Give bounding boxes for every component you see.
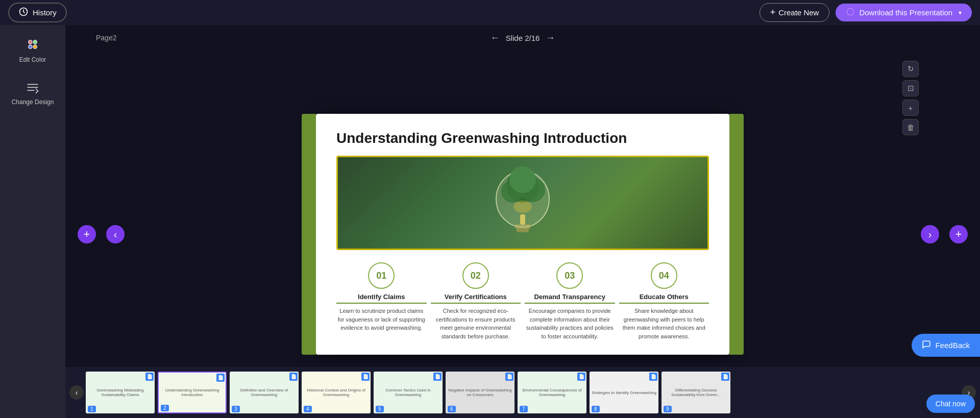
svg-point-2 (29, 40, 32, 44)
download-button[interactable]: Download this Presentation ▾ (836, 4, 972, 21)
filmstrip: ‹ Greenwashing Misleading Sustainability… (65, 367, 980, 418)
thumb-image: Negative Impacts of Greenwashing on Cons… (446, 372, 514, 413)
thumbnail-3[interactable]: Definition and Overview of Greenwashing … (230, 372, 299, 413)
thumb-number: 1 (88, 406, 96, 412)
item-description: Share knowledge about greenwashing with … (619, 307, 709, 340)
slide-image (336, 156, 709, 250)
resize-icon: ⊡ (908, 84, 914, 93)
slide-item: 03 Demand Transparency Encourage compani… (525, 262, 615, 340)
slide-indicator: Slide 2/16 (506, 34, 540, 42)
thumb-image: Definition and Overview of Greenwashing (230, 372, 299, 413)
history-button[interactable]: History (8, 3, 67, 22)
slide-area: + ‹ ↻ ⊡ + 🗑 Understanding Greenwashing I… (65, 51, 980, 418)
thumbnail-6[interactable]: Negative Impacts of Greenwashing on Cons… (446, 372, 514, 413)
thumbnail-1[interactable]: Greenwashing Misleading Sustainability C… (86, 372, 155, 413)
thumbnail-9[interactable]: Differentiating Genuine Sustainability f… (662, 372, 730, 413)
thumb-image: Understanding Greenwashing Introduction (159, 373, 226, 412)
chat-label: Chat now (936, 400, 966, 408)
history-label: History (33, 8, 57, 17)
refresh-tool-button[interactable]: ↻ (902, 61, 919, 77)
change-design-label: Change Design (12, 99, 54, 106)
topbar: History + Create New Download this Prese… (0, 0, 980, 25)
history-icon (18, 7, 29, 18)
next-slide-nav-button[interactable]: → (546, 33, 555, 43)
thumbnail-5[interactable]: Common Tactics Used in Greenwashing 📄 5 (374, 372, 443, 413)
feedback-button[interactable]: FeedBack (912, 334, 980, 357)
lightbulb-image (338, 157, 707, 249)
thumbnail-7[interactable]: Environmental Consequences of Greenwashi… (518, 372, 586, 413)
svg-point-4 (29, 45, 32, 48)
svg-rect-17 (517, 229, 529, 232)
delete-tool-button[interactable]: 🗑 (902, 119, 919, 135)
thumb-page-icon: 📄 (433, 373, 442, 381)
slide-wrapper: Understanding Greenwashing Introduction (316, 114, 729, 355)
sidebar-item-change-design[interactable]: Change Design (12, 80, 54, 106)
add-slide-right-button[interactable]: + (949, 225, 968, 243)
resize-tool-button[interactable]: ⊡ (902, 80, 919, 96)
feedback-icon (922, 340, 931, 351)
item-title: Identify Claims (336, 293, 427, 304)
svg-rect-14 (520, 214, 525, 225)
slide-item: 01 Identify Claims Learn to scrutinize p… (336, 262, 427, 340)
chevron-down-icon: ▾ (959, 9, 962, 16)
thumb-image: Differentiating Genuine Sustainability f… (662, 372, 730, 413)
create-new-label: Create New (778, 8, 819, 17)
edit-color-icon (26, 37, 40, 53)
thumb-page-icon: 📄 (649, 373, 657, 381)
thumb-number: 3 (232, 406, 240, 412)
thumb-image: Strategies to Identify Greenwashing (590, 372, 658, 413)
thumb-image: Common Tactics Used in Greenwashing (374, 372, 443, 413)
slide-green-panel-right (729, 114, 744, 355)
svg-point-3 (33, 40, 37, 44)
sidebar-item-edit-color[interactable]: Edit Color (19, 37, 46, 63)
trash-icon: 🗑 (907, 123, 915, 132)
svg-point-15 (513, 201, 532, 213)
thumb-number: 5 (376, 406, 384, 412)
add-slide-left-button[interactable]: + (78, 225, 96, 243)
zoom-in-tool-button[interactable]: + (902, 100, 919, 116)
next-slide-button[interactable]: › (921, 225, 939, 243)
item-number: 03 (556, 262, 583, 289)
slide-frame: Understanding Greenwashing Introduction (316, 114, 729, 355)
change-design-icon (26, 80, 40, 95)
thumbnail-2[interactable]: Understanding Greenwashing Introduction … (158, 372, 227, 413)
thumb-page-icon: 📄 (721, 373, 729, 381)
create-new-button[interactable]: + Create New (760, 3, 830, 22)
svg-point-13 (509, 166, 536, 193)
slide-item: 02 Verify Certifications Check for recog… (431, 262, 521, 340)
thumb-image: Environmental Consequences of Greenwashi… (518, 372, 586, 413)
thumb-number: 6 (448, 406, 456, 412)
prev-slide-button[interactable]: ‹ (106, 225, 125, 243)
item-number: 02 (462, 262, 489, 289)
item-description: Check for recognized eco-certifications … (431, 307, 521, 340)
slide-green-panel-left (302, 114, 316, 355)
main-content: Page2 ← Slide 2/16 → + ‹ ↻ ⊡ + 🗑 (65, 25, 980, 418)
slide-item: 04 Educate Others Share knowledge about … (619, 262, 709, 340)
edit-color-label: Edit Color (19, 56, 46, 63)
topbar-right: + Create New Download this Presentation … (760, 3, 972, 22)
item-description: Learn to scrutinize product claims for v… (336, 307, 427, 332)
thumb-page-icon: 📄 (361, 373, 370, 381)
item-number: 04 (651, 262, 677, 289)
download-label: Download this Presentation (859, 8, 952, 17)
thumb-page-icon: 📄 (505, 373, 513, 381)
item-description: Encourage companies to provide complete … (525, 307, 615, 340)
thumb-image: Greenwashing Misleading Sustainability C… (86, 372, 155, 413)
filmstrip-prev-button[interactable]: ‹ (69, 385, 84, 400)
thumbnail-8[interactable]: Strategies to Identify Greenwashing 📄 8 (590, 372, 658, 413)
slide-title: Understanding Greenwashing Introduction (336, 130, 709, 146)
items-row: 01 Identify Claims Learn to scrutinize p… (336, 262, 709, 340)
item-title: Educate Others (619, 293, 709, 304)
thumb-page-icon: 📄 (289, 373, 298, 381)
thumb-number: 9 (664, 406, 672, 412)
thumb-image: Historical Context and Origins of Greenw… (302, 372, 371, 413)
prev-slide-nav-button[interactable]: ← (491, 33, 500, 43)
thumb-number: 7 (520, 406, 528, 412)
svg-point-1 (847, 8, 854, 15)
refresh-icon: ↻ (908, 64, 914, 73)
feedback-label: FeedBack (935, 341, 970, 350)
thumb-number: 4 (304, 406, 312, 412)
thumbnail-4[interactable]: Historical Context and Origins of Greenw… (302, 372, 371, 413)
chat-now-button[interactable]: Chat now (926, 395, 975, 413)
page-label: Page2 (96, 34, 116, 42)
